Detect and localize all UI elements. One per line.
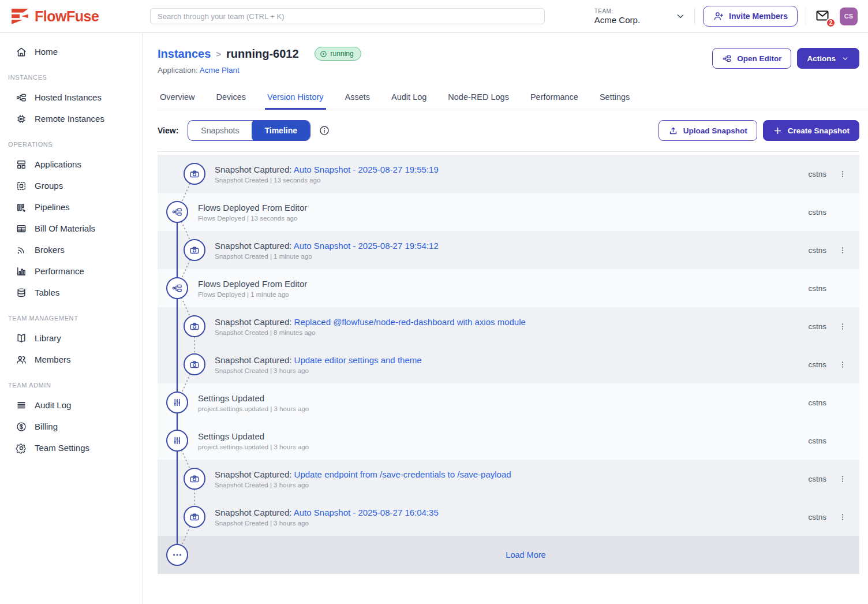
sidebar-item-applications[interactable]: Applications: [0, 154, 143, 175]
avatar[interactable]: CS: [840, 8, 858, 25]
tab-audit-log[interactable]: Audit Log: [389, 87, 429, 110]
camera-icon: [184, 353, 205, 375]
timeline-row: Flows Deployed From EditorFlows Deployed…: [158, 269, 859, 307]
sidebar-item-billing[interactable]: Billing: [0, 416, 143, 437]
timeline-row: Snapshot Captured: Update endpoint from …: [158, 460, 859, 498]
snapshot-name-link[interactable]: Auto Snapshot - 2025-08-27 19:55:19: [294, 165, 439, 174]
divider: [694, 8, 695, 25]
sidebar-item-brokers[interactable]: Brokers: [0, 239, 143, 260]
snapshot-name-link[interactable]: Update editor settings and theme: [294, 355, 422, 365]
camera-icon: [184, 468, 205, 490]
upload-icon: [668, 126, 678, 136]
sidebar-item-pipelines[interactable]: Pipelines: [0, 196, 143, 218]
invite-members-button[interactable]: Invite Members: [703, 6, 798, 27]
view-toggle: SnapshotsTimeline: [188, 120, 310, 141]
timeline-event-meta: Snapshot Created | 1 minute ago: [215, 253, 439, 260]
sidebar-item-performance[interactable]: Performance: [0, 260, 143, 282]
tab-settings[interactable]: Settings: [597, 87, 632, 110]
sidebar-item-library[interactable]: Library: [0, 327, 143, 349]
notifications-mail-icon[interactable]: 2: [814, 9, 832, 24]
performance-icon: [16, 266, 27, 277]
sidebar-item-team-settings[interactable]: Team Settings: [0, 437, 143, 458]
open-editor-button[interactable]: Open Editor: [712, 48, 791, 69]
view-label: View:: [158, 126, 178, 135]
event-user: cstns: [808, 284, 826, 293]
timeline-row: Snapshot Captured: Auto Snapshot - 2025-…: [158, 155, 859, 193]
pipelines-icon: [16, 202, 27, 213]
application-link[interactable]: Acme Plant: [200, 66, 240, 74]
actions-button[interactable]: Actions: [797, 48, 859, 69]
kebab-menu-icon[interactable]: [839, 473, 847, 484]
kebab-menu-icon[interactable]: [839, 512, 847, 522]
timeline-event-title: Snapshot Captured: Auto Snapshot - 2025-…: [215, 165, 439, 174]
tab-assets[interactable]: Assets: [343, 87, 373, 110]
create-snapshot-button[interactable]: Create Snapshot: [763, 120, 859, 141]
sidebar-item-remote-instances[interactable]: Remote Instances: [0, 108, 143, 129]
version-history-timeline: Snapshot Captured: Auto Snapshot - 2025-…: [158, 155, 859, 574]
node-icon: [166, 277, 188, 299]
node-icon: [166, 201, 188, 223]
sidebar-item-label: Bill Of Materials: [35, 223, 95, 233]
camera-icon: [184, 315, 205, 337]
search-input[interactable]: [150, 8, 545, 24]
flowfuse-logo[interactable]: FlowFuse: [0, 6, 143, 26]
timeline-event-title: Flows Deployed From Editor: [198, 279, 307, 289]
event-user: cstns: [808, 246, 826, 255]
camera-icon: [184, 506, 205, 528]
sidebar-item-bill-of-materials[interactable]: Bill Of Materials: [0, 218, 143, 239]
camera-icon: [184, 239, 205, 261]
kebab-menu-icon[interactable]: [839, 359, 847, 370]
hosted-instances-icon: [16, 92, 27, 103]
info-icon[interactable]: [319, 125, 330, 136]
sidebar-section-label: INSTANCES: [0, 74, 143, 81]
snapshot-name-link[interactable]: Replaced @flowfuse/node-red-dashboard wi…: [294, 317, 526, 327]
tab-overview[interactable]: Overview: [158, 87, 197, 110]
kebab-menu-icon[interactable]: [839, 169, 847, 179]
flowfuse-logo-icon: [10, 6, 30, 26]
timeline-event-meta: project.settings.updated | 3 hours ago: [198, 443, 309, 450]
timeline-event-meta: Flows Deployed | 1 minute ago: [198, 291, 307, 298]
tab-node-red-logs[interactable]: Node-RED Logs: [446, 87, 511, 110]
bom-icon: [16, 223, 27, 234]
team-selector[interactable]: TEAM: Acme Corp.: [594, 8, 686, 25]
sidebar-item-tables[interactable]: Tables: [0, 282, 143, 303]
sidebar-section-label: TEAM MANAGEMENT: [0, 315, 143, 322]
sidebar-item-label: Members: [35, 355, 71, 364]
timeline-row: Settings Updatedproject.settings.updated…: [158, 422, 859, 460]
sidebar-item-hosted-instances[interactable]: Hosted Instances: [0, 87, 143, 108]
tab-version-history[interactable]: Version History: [265, 87, 326, 110]
sidebar-item-label: Applications: [35, 159, 81, 169]
kebab-menu-icon[interactable]: [839, 245, 847, 255]
timeline-event-meta: Snapshot Created | 3 hours ago: [215, 482, 511, 489]
load-more-link[interactable]: Load More: [471, 550, 545, 560]
groups-icon: [16, 180, 27, 192]
kebab-menu-icon[interactable]: [839, 321, 847, 331]
sidebar-item-label: Tables: [35, 288, 59, 297]
tab-devices[interactable]: Devices: [214, 87, 248, 110]
breadcrumb-instances-link[interactable]: Instances: [158, 47, 211, 61]
timeline-event-meta: project.settings.updated | 3 hours ago: [198, 405, 309, 412]
timeline-row: Snapshot Captured: Replaced @flowfuse/no…: [158, 307, 859, 345]
chevron-down-icon: [841, 54, 850, 64]
view-toggle-timeline[interactable]: Timeline: [252, 120, 310, 141]
tab-performance[interactable]: Performance: [528, 87, 581, 110]
snapshot-name-link[interactable]: Auto Snapshot - 2025-08-27 16:04:35: [294, 508, 439, 517]
snapshot-name-link[interactable]: Update endpoint from /save-credentials t…: [294, 469, 511, 479]
timeline-event-title: Snapshot Captured: Auto Snapshot - 2025-…: [215, 241, 439, 251]
event-user: cstns: [808, 208, 826, 217]
timeline-event-title: Settings Updated: [198, 393, 309, 403]
sidebar-section-label: OPERATIONS: [0, 141, 143, 148]
sidebar-item-home[interactable]: Home: [0, 41, 143, 62]
sidebar-item-label: Billing: [35, 422, 58, 431]
view-toggle-snapshots[interactable]: Snapshots: [188, 120, 252, 141]
view-toolbar: View: SnapshotsTimeline Upload Snapshot …: [158, 110, 859, 152]
sidebar-item-groups[interactable]: Groups: [0, 175, 143, 196]
sidebar-item-audit-log[interactable]: Audit Log: [0, 394, 143, 416]
upload-snapshot-button[interactable]: Upload Snapshot: [659, 120, 757, 141]
snapshot-captured-prefix: Snapshot Captured:: [215, 355, 294, 365]
brokers-icon: [16, 244, 27, 256]
sidebar-item-members[interactable]: Members: [0, 349, 143, 370]
snapshot-name-link[interactable]: Auto Snapshot - 2025-08-27 19:54:12: [294, 241, 439, 251]
gear-icon: [16, 442, 27, 454]
team-label: TEAM:: [594, 8, 640, 14]
